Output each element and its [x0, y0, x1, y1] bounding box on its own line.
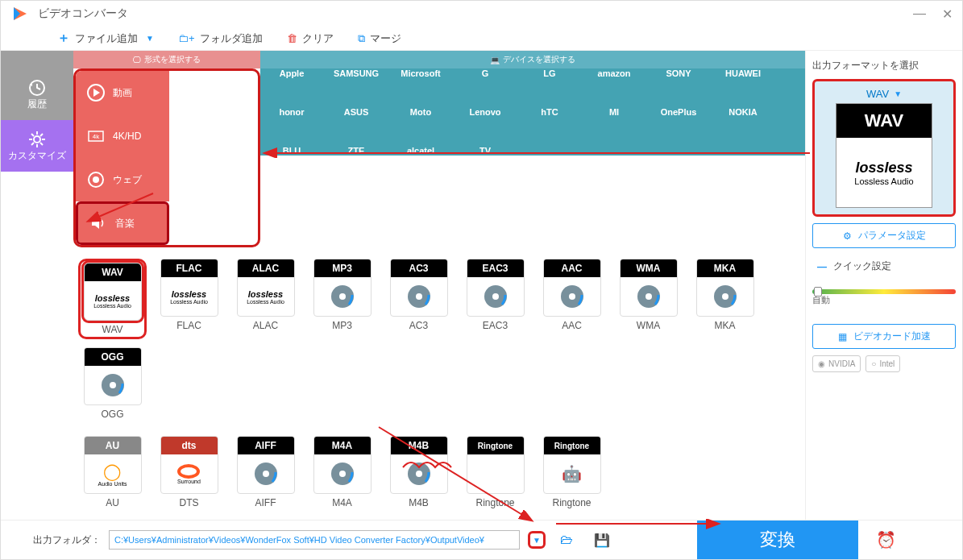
brand-samsung[interactable]: SAMSUNG [331, 56, 381, 91]
nvidia-icon: ◉ [818, 359, 825, 368]
brand-lg[interactable]: LG [525, 56, 575, 91]
category-4k-hd[interactable]: 4k 4K/HD [76, 114, 169, 158]
merge-button[interactable]: ⧉ マージ [358, 31, 401, 46]
brand-apple[interactable]: Apple [267, 56, 317, 91]
output-folder-label: 出力フォルダ： [33, 533, 101, 547]
minimize-icon[interactable]: — [913, 6, 926, 22]
format-dts[interactable]: dtsSurroundDTS [155, 436, 223, 508]
monitor-icon: 🖵 [133, 56, 141, 64]
svg-point-26 [722, 293, 728, 300]
trash-icon: 🗑 [287, 32, 297, 44]
svg-point-22 [569, 293, 575, 300]
format-grid: WAVlosslessLossless AudioWAVFLAClossless… [73, 247, 805, 520]
quick-settings-button[interactable]: — クイック設定 [812, 255, 956, 278]
chip-icon: ▦ [838, 331, 847, 342]
format-m4b[interactable]: M4BM4B [384, 436, 453, 508]
format-aac[interactable]: AACAAC [538, 259, 606, 339]
app-logo-icon [10, 4, 30, 23]
path-dropdown-button[interactable]: ▼ [528, 531, 546, 549]
format-alac[interactable]: ALAClosslessLossless AudioALAC [231, 259, 300, 339]
gear-icon [27, 130, 47, 149]
chrome-icon [87, 171, 105, 189]
category-video[interactable]: 動画 [76, 71, 169, 114]
plus-icon: ＋ [57, 30, 70, 47]
brand-honor[interactable]: honor [267, 94, 317, 130]
chevron-down-icon[interactable]: ▼ [146, 34, 154, 43]
brand-oneplus[interactable]: OnePlus [654, 94, 704, 130]
output-format-preview[interactable]: WAV ▼ WAV lossless Lossless Audio [812, 79, 956, 217]
format-ringtone[interactable]: Ringtone🤖Ringtone [538, 436, 606, 508]
minus-icon: — [817, 261, 827, 272]
intel-icon: ○ [871, 359, 876, 368]
brand-htc[interactable]: hTC [525, 94, 575, 130]
format-eac3[interactable]: EAC3EAC3 [461, 259, 529, 339]
format-ringtone[interactable]: RingtoneRingtone [461, 436, 529, 508]
brand-zte[interactable]: ZTE [331, 133, 381, 168]
output-path-field[interactable]: C:¥Users¥Administrator¥Videos¥WonderFox … [109, 530, 520, 550]
svg-point-28 [110, 382, 116, 388]
speaker-icon [89, 214, 107, 232]
format-au[interactable]: AU◯Audio UnitsAU [78, 436, 147, 508]
svg-line-9 [40, 134, 43, 136]
format-ac3[interactable]: AC3AC3 [384, 259, 453, 339]
brand-blu[interactable]: BLU [267, 133, 317, 168]
quality-slider[interactable] [812, 289, 956, 294]
brand-amazon[interactable]: amazon [589, 56, 639, 91]
svg-point-1 [34, 136, 40, 143]
play-icon [87, 84, 105, 102]
svg-text:4k: 4k [93, 133, 100, 140]
format-mp3[interactable]: MP3MP3 [308, 259, 376, 339]
chevron-down-icon[interactable]: ▼ [894, 89, 902, 98]
parameter-settings-button[interactable]: ⚙ パラメータ設定 [812, 223, 956, 248]
brand-asus[interactable]: ASUS [331, 94, 381, 130]
format-aiff[interactable]: AIFFAIFF [231, 436, 300, 508]
svg-point-30 [263, 471, 269, 477]
schedule-icon[interactable]: ⏰ [876, 530, 896, 550]
format-flac[interactable]: FLAClosslessLossless AudioFLAC [155, 259, 223, 339]
brand-lenovo[interactable]: Lenovo [460, 94, 510, 130]
brand-nokia[interactable]: NOKIA [718, 94, 768, 130]
svg-point-18 [416, 293, 422, 300]
svg-point-24 [645, 293, 652, 300]
slider-knob[interactable] [814, 287, 822, 297]
category-audio[interactable]: 音楽 [76, 201, 169, 245]
brand-g[interactable]: G [460, 56, 510, 91]
format-wav[interactable]: WAVlosslessLossless AudioWAV [78, 259, 147, 339]
add-file-button[interactable]: ＋ ファイル追加 ▼ [57, 30, 154, 47]
brand-tv[interactable]: TV [460, 133, 510, 168]
folder-plus-icon: 🗀+ [178, 32, 195, 44]
svg-line-7 [40, 143, 43, 145]
toolbar: ＋ ファイル追加 ▼ 🗀+ フォルダ追加 🗑 クリア ⧉ マージ [1, 27, 962, 51]
app-title: ビデオコンバータ [38, 6, 913, 21]
brand-grid: AppleSAMSUNGMicrosoftGLGamazonSONYHUAWEI… [260, 68, 805, 156]
brand-microsoft[interactable]: Microsoft [396, 56, 446, 91]
category-web[interactable]: ウェブ [76, 158, 169, 201]
format-thumb: WAV lossless Lossless Audio [836, 103, 932, 208]
convert-button[interactable]: 変換 [697, 521, 858, 559]
svg-point-34 [416, 471, 422, 477]
brand-sony[interactable]: SONY [654, 56, 704, 91]
customize-tab[interactable]: カスタマイズ [1, 120, 73, 172]
brand-huawei[interactable]: HUAWEI [718, 56, 768, 91]
svg-point-32 [339, 471, 346, 477]
gpu-accel-button[interactable]: ▦ ビデオカード加速 [812, 324, 956, 349]
auto-label: 自動 [812, 294, 956, 306]
brand-moto[interactable]: Moto [396, 94, 446, 130]
tab-select-format[interactable]: 🖵 形式を選択する [73, 51, 260, 68]
titlebar: ビデオコンバータ — ✕ [1, 1, 962, 27]
open-folder-icon[interactable]: 🗁 [560, 533, 573, 547]
format-ogg[interactable]: OGGOGG [78, 347, 147, 420]
nvidia-chip: ◉ NVIDIA [812, 355, 861, 372]
disk-icon[interactable]: 💾 [594, 533, 610, 548]
brand-mi[interactable]: MI [589, 94, 639, 130]
4k-icon: 4k [87, 127, 105, 145]
history-tab[interactable]: 履歴 [1, 68, 73, 120]
close-icon[interactable]: ✕ [942, 6, 953, 22]
brand-alcatel[interactable]: alcatel [396, 133, 446, 168]
clear-button[interactable]: 🗑 クリア [287, 31, 334, 46]
format-wma[interactable]: WMAWMA [614, 259, 683, 339]
svg-line-8 [31, 143, 34, 145]
format-mka[interactable]: MKAMKA [691, 259, 759, 339]
add-folder-button[interactable]: 🗀+ フォルダ追加 [178, 31, 263, 46]
format-m4a[interactable]: M4AM4A [308, 436, 376, 508]
